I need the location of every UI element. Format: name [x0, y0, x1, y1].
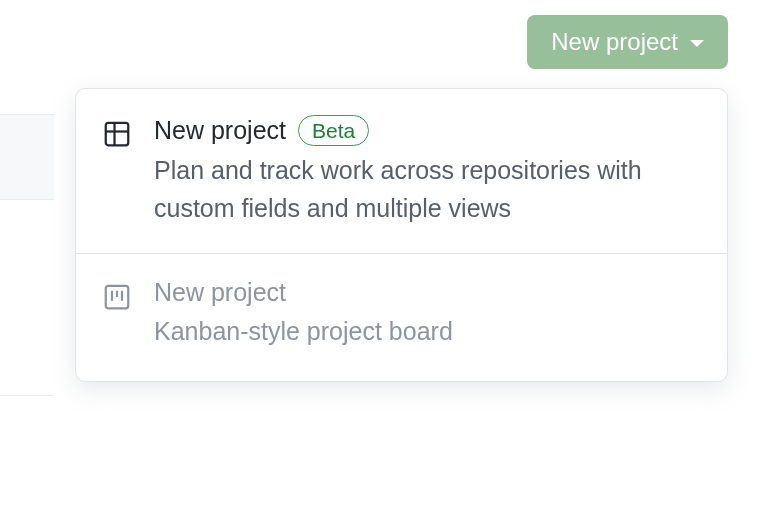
dropdown-item-title: New project: [154, 278, 286, 307]
project-board-icon: [102, 282, 132, 312]
dropdown-item-title-row: New project Beta: [154, 115, 697, 146]
dropdown-item-description: Plan and track work across repositories …: [154, 152, 697, 227]
dropdown-item-title-row: New project: [154, 278, 697, 307]
new-project-button[interactable]: New project: [527, 15, 728, 69]
background-band: [0, 114, 54, 200]
new-project-dropdown: New project Beta Plan and track work acr…: [75, 88, 728, 382]
table-icon: [102, 119, 132, 149]
background-divider: [0, 395, 54, 396]
dropdown-item-description: Kanban-style project board: [154, 313, 697, 351]
beta-badge: Beta: [298, 115, 369, 146]
caret-down-icon: [690, 40, 704, 47]
dropdown-item-new-project-beta[interactable]: New project Beta Plan and track work acr…: [76, 89, 727, 254]
new-project-button-label: New project: [551, 28, 678, 56]
svg-rect-0: [106, 123, 129, 146]
dropdown-item-new-project-classic[interactable]: New project Kanban-style project board: [76, 254, 727, 381]
dropdown-item-content: New project Kanban-style project board: [154, 278, 697, 351]
dropdown-item-title: New project: [154, 116, 286, 145]
dropdown-item-content: New project Beta Plan and track work acr…: [154, 115, 697, 227]
